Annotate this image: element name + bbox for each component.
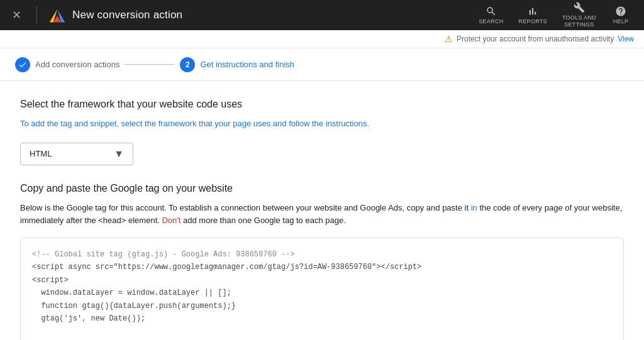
nav-search[interactable]: SEARCH bbox=[472, 3, 509, 27]
framework-desc-text: To add the tag and snippet, select the f… bbox=[20, 119, 369, 128]
code-line-6: gtag('js', new Date()); bbox=[32, 312, 612, 325]
page-title: New conversion action bbox=[72, 9, 182, 21]
nav-reports-label: REPORTS bbox=[518, 18, 547, 25]
nav-help[interactable]: HELP bbox=[605, 3, 636, 27]
step-2-circle: 2 bbox=[180, 57, 195, 72]
reports-icon bbox=[527, 6, 538, 17]
framework-selected-value: HTML bbox=[30, 149, 52, 158]
framework-section-title: Select the framework that your website c… bbox=[20, 99, 624, 110]
step-2-label: Get instructions and finish bbox=[200, 60, 294, 69]
google-ads-logo bbox=[48, 6, 66, 24]
desc-highlight-in: in bbox=[471, 203, 477, 212]
code-block: <!-- Global site tag (gtag.js) - Google … bbox=[20, 238, 624, 340]
nav-tools[interactable]: TOOLS ANDSETTINGS bbox=[556, 0, 602, 31]
framework-section: Select the framework that your website c… bbox=[20, 99, 624, 165]
warning-bar: ⚠ Protect your account from unauthorised… bbox=[0, 30, 644, 48]
code-line-3: <script> bbox=[32, 274, 612, 287]
warning-text: Protect your account from unauthorised a… bbox=[457, 35, 614, 43]
nav-tools-label: TOOLS ANDSETTINGS bbox=[562, 14, 596, 28]
close-button[interactable]: ✕ bbox=[8, 6, 25, 24]
google-ads-icon bbox=[48, 6, 66, 24]
tools-icon bbox=[574, 2, 585, 13]
google-tag-desc: Below is the Google tag for this account… bbox=[20, 202, 624, 228]
framework-select-wrap: HTML ▼ bbox=[20, 143, 624, 165]
step-1-label: Add conversion actions bbox=[35, 60, 119, 69]
top-bar-right: SEARCH REPORTS TOOLS ANDSETTINGS HELP bbox=[472, 0, 636, 31]
code-line-4: window.dataLayer = window.dataLayer || [… bbox=[32, 287, 612, 299]
checkmark-icon bbox=[18, 60, 27, 69]
step-2: 2 Get instructions and finish bbox=[180, 57, 294, 72]
chevron-down-icon: ▼ bbox=[114, 148, 124, 160]
stepper-bar: Add conversion actions 2 Get instruction… bbox=[0, 48, 644, 81]
code-line-7 bbox=[32, 325, 612, 337]
google-tag-section: Copy and paste the Google tag on your we… bbox=[20, 183, 624, 341]
help-icon bbox=[615, 6, 626, 17]
step-1: Add conversion actions bbox=[15, 57, 119, 72]
code-line-2: <script async src="https://www.googletag… bbox=[32, 261, 612, 273]
nav-search-label: SEARCH bbox=[479, 18, 503, 25]
main-content: Select the framework that your website c… bbox=[0, 81, 644, 340]
warning-icon: ⚠ bbox=[445, 34, 453, 44]
divider bbox=[36, 6, 37, 24]
desc-dont: Don't bbox=[162, 216, 180, 225]
step-1-circle bbox=[15, 57, 30, 72]
framework-section-desc: To add the tag and snippet, select the f… bbox=[20, 118, 624, 130]
nav-help-label: HELP bbox=[613, 18, 629, 25]
nav-reports[interactable]: REPORTS bbox=[512, 3, 553, 27]
step-line bbox=[125, 64, 175, 65]
search-icon bbox=[486, 6, 497, 17]
top-bar-left: ✕ New conversion action bbox=[8, 6, 472, 24]
google-tag-title: Copy and paste the Google tag on your we… bbox=[20, 183, 624, 194]
code-line-5: function gtag(){dataLayer.push(arguments… bbox=[32, 300, 612, 312]
framework-dropdown[interactable]: HTML ▼ bbox=[20, 143, 133, 165]
warning-view-link[interactable]: View bbox=[618, 35, 634, 43]
top-bar: ✕ New conversion action SEARCH REPORTS bbox=[0, 0, 644, 30]
code-line-1: <!-- Global site tag (gtag.js) - Google … bbox=[32, 248, 612, 261]
